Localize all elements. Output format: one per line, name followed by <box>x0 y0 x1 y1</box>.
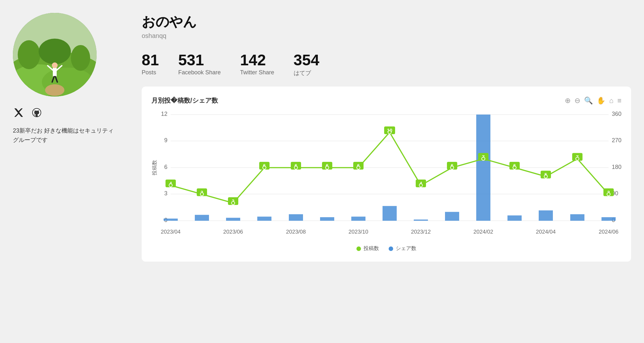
bio-text: 23新卒だお 好きな機能はセキュリティグループです <box>13 126 116 145</box>
svg-point-7 <box>39 39 71 64</box>
stat-facebook: 531 Facebook Share <box>178 52 221 76</box>
svg-rect-50 <box>476 115 490 221</box>
chart-section: 月別投�稿数/シェア数 ⊕ ⊖ 🔍 ✋ ⌂ ≡ <box>142 87 631 262</box>
svg-rect-53 <box>570 214 584 221</box>
svg-rect-44 <box>289 214 303 221</box>
stat-hateb-label: はてブ <box>294 69 319 77</box>
svg-point-86 <box>200 193 204 196</box>
zoom-in-icon[interactable]: ⊕ <box>565 97 571 105</box>
legend-shares-dot <box>389 246 393 251</box>
stat-hateb-number: 354 <box>294 52 319 68</box>
svg-rect-52 <box>539 210 553 221</box>
profile-header: おのやん oshanqq <box>142 13 631 40</box>
svg-rect-47 <box>383 206 397 221</box>
stat-posts-label: Posts <box>142 69 159 76</box>
social-icons <box>13 107 43 118</box>
svg-text:12: 12 <box>161 111 167 117</box>
menu-icon[interactable]: ≡ <box>617 97 621 105</box>
svg-text:9: 9 <box>164 137 167 144</box>
chart-area: 0 3 6 9 12 0 90 180 270 360 投稿数 <box>151 111 621 240</box>
home-icon[interactable]: ⌂ <box>609 97 613 105</box>
stat-twitter-label: Twitter Share <box>240 69 274 76</box>
svg-point-90 <box>326 166 329 169</box>
legend-shares-label: シェア数 <box>396 245 416 252</box>
svg-point-5 <box>18 40 40 69</box>
svg-text:3: 3 <box>164 190 167 197</box>
svg-point-92 <box>388 131 391 134</box>
svg-point-88 <box>263 166 266 169</box>
svg-text:投稿数: 投稿数 <box>152 160 157 176</box>
chart-title: 月別投�稿数/シェア数 <box>151 96 218 105</box>
svg-rect-42 <box>226 218 240 221</box>
svg-rect-41 <box>195 215 209 221</box>
svg-rect-43 <box>257 217 271 221</box>
svg-text:2024/04: 2024/04 <box>536 229 555 235</box>
pan-icon[interactable]: ✋ <box>597 97 605 105</box>
stat-posts: 81 Posts <box>142 52 159 76</box>
svg-rect-45 <box>320 217 334 221</box>
svg-text:2023/04: 2023/04 <box>161 229 180 235</box>
svg-point-91 <box>357 166 360 169</box>
legend-posts: 投稿数 <box>356 245 379 252</box>
svg-point-94 <box>450 166 454 169</box>
chart-legend: 投稿数 シェア数 <box>151 245 621 252</box>
stat-facebook-label: Facebook Share <box>178 69 221 76</box>
twitter-icon[interactable] <box>13 107 24 118</box>
svg-point-4 <box>45 84 64 96</box>
svg-point-99 <box>607 193 610 196</box>
search-icon[interactable]: 🔍 <box>584 97 593 105</box>
svg-rect-54 <box>601 217 616 221</box>
right-panel: おのやん oshanqq 81 Posts 531 Facebook Share… <box>142 13 631 262</box>
svg-text:6: 6 <box>164 164 167 170</box>
svg-text:2024/06: 2024/06 <box>599 229 618 235</box>
left-panel: 23新卒だお 好きな機能はセキュリティグループです <box>13 13 122 145</box>
stat-facebook-number: 531 <box>178 52 221 68</box>
svg-text:270: 270 <box>612 137 621 144</box>
svg-point-95 <box>482 157 485 161</box>
svg-text:360: 360 <box>612 111 621 117</box>
stats-row: 81 Posts 531 Facebook Share 142 Twitter … <box>142 52 631 77</box>
svg-point-97 <box>544 175 547 178</box>
stat-twitter-number: 142 <box>240 52 274 68</box>
chart-header: 月別投�稿数/シェア数 ⊕ ⊖ 🔍 ✋ ⌂ ≡ <box>151 96 621 105</box>
chart-controls: ⊕ ⊖ 🔍 ✋ ⌂ ≡ <box>565 97 621 105</box>
stat-posts-number: 81 <box>142 52 159 68</box>
svg-point-87 <box>232 201 235 205</box>
svg-rect-40 <box>164 218 178 221</box>
svg-point-85 <box>169 184 172 187</box>
svg-text:180: 180 <box>612 164 621 170</box>
svg-rect-49 <box>445 212 459 221</box>
github-icon[interactable] <box>31 107 43 118</box>
svg-rect-48 <box>414 219 428 221</box>
legend-shares: シェア数 <box>389 245 416 252</box>
svg-point-93 <box>419 184 422 187</box>
svg-rect-46 <box>351 217 365 221</box>
svg-text:2023/12: 2023/12 <box>411 229 431 235</box>
legend-posts-label: 投稿数 <box>364 245 379 252</box>
svg-text:2023/08: 2023/08 <box>286 229 306 235</box>
page-container: 23新卒だお 好きな機能はセキュリティグループです おのやん oshanqq 8… <box>13 13 631 262</box>
stat-twitter: 142 Twitter Share <box>240 52 274 76</box>
zoom-out-icon[interactable]: ⊖ <box>574 97 580 105</box>
svg-point-89 <box>294 166 298 169</box>
profile-name: おのやん <box>142 13 631 31</box>
svg-text:2024/02: 2024/02 <box>473 229 493 235</box>
svg-rect-8 <box>53 68 57 77</box>
svg-rect-51 <box>507 216 522 221</box>
svg-point-98 <box>576 157 579 161</box>
svg-point-6 <box>71 45 90 71</box>
svg-text:2023/06: 2023/06 <box>223 229 243 235</box>
avatar <box>13 13 97 97</box>
stat-hateb: 354 はてブ <box>294 52 319 77</box>
svg-text:2023/10: 2023/10 <box>348 229 368 235</box>
legend-posts-dot <box>356 246 361 251</box>
profile-handle: oshanqq <box>142 32 631 40</box>
svg-point-9 <box>52 62 58 68</box>
svg-point-96 <box>513 166 516 169</box>
